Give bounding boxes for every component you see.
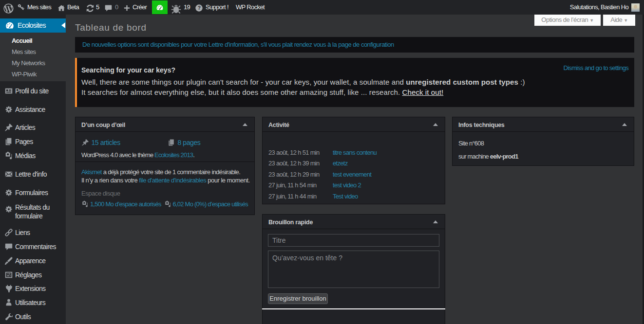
svg-text:?: ? bbox=[198, 5, 201, 11]
